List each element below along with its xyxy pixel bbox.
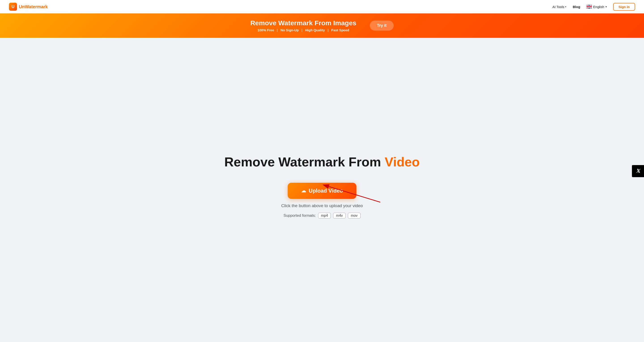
separator-1: | <box>277 28 278 32</box>
banner-title-text: Remove Watermark From Images <box>250 19 356 26</box>
logo-suffix: Watermark <box>25 4 48 9</box>
upload-btn-label: Upload Video <box>309 188 343 194</box>
lang-label: English <box>593 5 604 9</box>
navbar-right: AI Tools ▾ Blog English ▾ Sign in <box>552 3 635 11</box>
banner-subtitle: 100% Free | No Sign-Up | High Quality | … <box>250 28 356 32</box>
blog-label: Blog <box>573 5 580 9</box>
upload-icon: ☁ <box>301 188 306 194</box>
format-mp4: mp4 <box>318 213 331 218</box>
upload-video-button[interactable]: ☁ Upload Video <box>288 183 356 199</box>
lang-chevron-icon: ▾ <box>606 5 607 8</box>
subtitle-free: 100% Free <box>258 28 274 32</box>
format-mov: mov <box>348 213 360 218</box>
formats-row: Supported formats: mp4 m4v mov <box>284 213 360 218</box>
logo-link[interactable]: U UnWatermark <box>9 3 48 11</box>
logo-letter: U <box>12 4 14 9</box>
page-title-part1: Remove Watermark From <box>224 154 385 169</box>
flag-icon <box>586 5 592 8</box>
try-it-button[interactable]: Try it <box>370 20 394 31</box>
main-content: Remove Watermark From Video ☁ Upload Vid… <box>0 38 644 342</box>
subtitle-quality: High Quality <box>305 28 325 32</box>
logo-icon: U <box>9 3 17 11</box>
language-selector[interactable]: English ▾ <box>586 5 607 9</box>
page-title: Remove Watermark From Video <box>224 154 420 169</box>
navbar: U UnWatermark AI Tools ▾ Blog English ▾ … <box>0 0 644 14</box>
upload-area: ☁ Upload Video Click the button above to… <box>281 183 362 218</box>
format-m4v: m4v <box>333 213 346 218</box>
twitter-x-icon: 𝕏 <box>636 168 640 174</box>
ai-tools-label: AI Tools <box>552 5 564 9</box>
subtitle-signup: No Sign-Up <box>280 28 299 32</box>
page-title-part2: Video <box>384 154 420 169</box>
logo-text: UnWatermark <box>19 4 48 10</box>
banner-content: Remove Watermark From Images 100% Free |… <box>250 19 356 32</box>
logo-prefix: Un <box>19 4 25 9</box>
try-it-label: Try it <box>377 23 386 28</box>
blog-nav[interactable]: Blog <box>573 5 580 9</box>
sign-in-label: Sign in <box>618 5 630 9</box>
click-instruction: Click the button above to upload your vi… <box>281 203 362 208</box>
twitter-float-button[interactable]: 𝕏 <box>632 165 644 177</box>
sign-in-button[interactable]: Sign in <box>613 3 635 11</box>
separator-3: | <box>328 28 328 32</box>
promo-banner: Remove Watermark From Images 100% Free |… <box>0 14 644 38</box>
subtitle-speed: Fast Speed <box>331 28 349 32</box>
formats-label: Supported formats: <box>284 214 316 218</box>
click-instruction-text: Click the button above to upload your vi… <box>281 203 362 208</box>
banner-title: Remove Watermark From Images <box>250 19 356 27</box>
chevron-down-icon: ▾ <box>565 5 566 8</box>
separator-2: | <box>302 28 302 32</box>
ai-tools-nav[interactable]: AI Tools ▾ <box>552 5 566 9</box>
